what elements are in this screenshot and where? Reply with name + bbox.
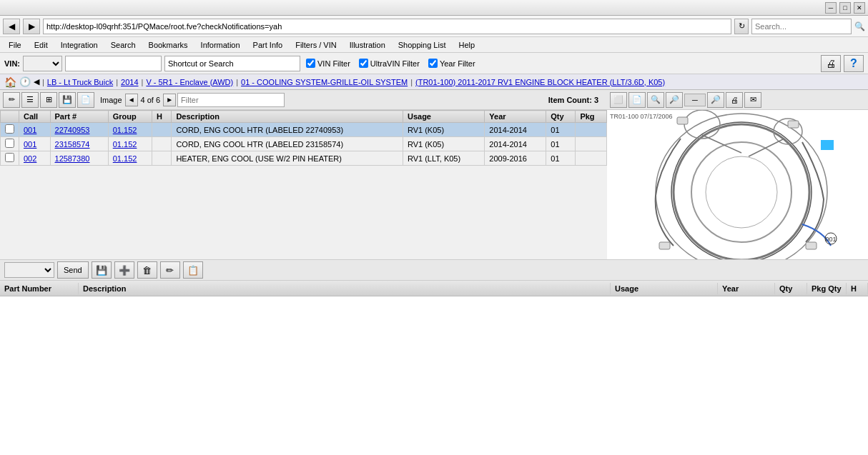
cart-delete-icon[interactable]: 🗑 [137, 261, 157, 279]
diagram-area: TR01-100 07/17/2006 [607, 110, 868, 259]
svg-rect-10 [659, 242, 670, 249]
row-h [152, 123, 171, 137]
item-count: Item Count: 3 [548, 96, 604, 104]
row-group[interactable]: 01.152 [108, 137, 152, 151]
year-filter-checkbox[interactable]: Year Filter [428, 59, 475, 68]
row-call[interactable]: 002 [19, 151, 51, 166]
menu-partinfo[interactable]: Part Info [247, 39, 289, 51]
main-wrapper: ✏ ☰ ⊞ 💾 📄 Image ◄ 4 of 6 ► Item Count: 3 [0, 90, 868, 455]
table-row[interactable]: 002 12587380 01.152 HEATER, ENG COOL (US… [1, 151, 607, 166]
menu-edit[interactable]: Edit [29, 39, 54, 51]
minimize-button[interactable]: ─ [825, 2, 837, 14]
menu-illustration[interactable]: Illustration [344, 39, 391, 51]
image-prev-btn[interactable]: ◄ [125, 94, 138, 106]
cart-select[interactable] [4, 262, 54, 278]
col-usage: Usage [403, 111, 484, 123]
table-icon-btn[interactable]: ⊞ [40, 92, 57, 108]
breadcrumb-lb[interactable]: LB - Lt Truck Buick [47, 78, 113, 86]
image-next-btn[interactable]: ► [163, 94, 176, 106]
cart-col-description: Description [79, 283, 611, 294]
help-icon-btn[interactable]: ? [844, 55, 864, 72]
row-part-number[interactable]: 23158574 [50, 137, 108, 151]
row-pkg [576, 137, 607, 151]
menu-integration[interactable]: Integration [55, 39, 104, 51]
vin-input[interactable] [65, 56, 162, 71]
forward-button[interactable]: ▶ [23, 19, 40, 34]
svg-rect-11 [806, 242, 817, 249]
history-icon[interactable]: 🕐 [19, 76, 31, 87]
menu-help[interactable]: Help [453, 39, 480, 51]
vin-filter-checkbox[interactable]: VIN Filter [306, 59, 350, 68]
menu-filters-vin[interactable]: Filters / VIN [290, 39, 342, 51]
diagram-date: TR01-100 07/17/2006 [610, 113, 673, 120]
row-year: 2009-2016 [485, 151, 546, 166]
edit-icon-btn[interactable]: ✏ [3, 92, 20, 108]
shortcut-search-input[interactable] [164, 56, 300, 71]
cart-add-icon[interactable]: ➕ [114, 261, 134, 279]
vin-label: VIN: [4, 59, 20, 68]
save-icon-btn[interactable]: 💾 [59, 92, 76, 108]
col-h: H [152, 111, 171, 123]
row-pkg [576, 151, 607, 166]
filter-checkboxes: VIN Filter UltraVIN Filter Year Filter [306, 59, 475, 68]
row-call[interactable]: 001 [19, 137, 51, 151]
svg-rect-0 [616, 110, 859, 259]
row-group[interactable]: 01.152 [108, 123, 152, 137]
send-button[interactable]: Send [57, 261, 89, 279]
print-icon-btn[interactable]: 🖨 [821, 55, 841, 72]
refresh-button[interactable]: ↻ [734, 19, 749, 34]
menu-search[interactable]: Search [105, 39, 142, 51]
cart-clipboard-icon[interactable]: 📋 [183, 261, 203, 279]
row-call[interactable]: 001 [19, 123, 51, 137]
filter-input[interactable] [177, 93, 285, 107]
row-checkbox[interactable] [1, 151, 19, 166]
cart-scroll-area[interactable] [0, 296, 868, 455]
diagram-search-icon[interactable]: 🔍 [647, 92, 664, 108]
diagram-print-icon[interactable]: ⬜ [610, 92, 627, 108]
row-part-number[interactable]: 12587380 [50, 151, 108, 166]
parts-table-scroll[interactable]: Call Part # Group H Description Usage Ye… [0, 110, 607, 259]
row-year: 2014-2014 [485, 123, 546, 137]
breadcrumb-back-icon[interactable]: ◀ [34, 77, 39, 86]
cart-save-icon[interactable]: 💾 [92, 261, 112, 279]
vin-toolbar: VIN: VIN Filter UltraVIN Filter Year Fil… [0, 53, 868, 74]
row-checkbox[interactable] [1, 123, 19, 137]
back-button[interactable]: ◀ [3, 19, 20, 34]
menu-information[interactable]: Information [195, 39, 246, 51]
breadcrumb-heater[interactable]: (TR01-100) 2011-2017 RV1 ENGINE BLOCK HE… [415, 78, 665, 86]
breadcrumb-2014[interactable]: 2014 [121, 78, 138, 86]
diagram-print2-icon[interactable]: 🖨 [726, 92, 743, 108]
parts-toolbar: ✏ ☰ ⊞ 💾 📄 Image ◄ 4 of 6 ► Item Count: 3 [0, 90, 607, 110]
svg-rect-9 [788, 121, 799, 128]
menu-shoppinglist[interactable]: Shopping List [393, 39, 452, 51]
row-usage: RV1 (K05) [403, 137, 484, 151]
diagram-email-icon[interactable]: ✉ [744, 92, 761, 108]
browser-search-input[interactable] [751, 19, 852, 34]
ultravin-filter-checkbox[interactable]: UltraVIN Filter [359, 59, 420, 68]
row-qty: 01 [546, 123, 576, 137]
close-button[interactable]: ✕ [854, 2, 865, 14]
breadcrumb-cooling[interactable]: 01 - COOLING SYSTEM-GRILLE-OIL SYSTEM [241, 78, 408, 86]
diagram-copy-icon[interactable]: 📄 [628, 92, 646, 108]
row-checkbox[interactable] [1, 137, 19, 151]
row-description: HEATER, ENG COOL (USE W/2 PIN HEATER) [172, 151, 403, 166]
search-icon: 🔍 [854, 21, 865, 31]
diagram-zoomout-icon[interactable]: 🔎 [666, 92, 683, 108]
row-group[interactable]: 01.152 [108, 151, 152, 166]
breadcrumb-enclave[interactable]: V - 5R1 - Enclave (AWD) [146, 78, 233, 86]
col-checkbox [1, 111, 19, 123]
table-row[interactable]: 001 22740953 01.152 CORD, ENG COOL HTR (… [1, 123, 607, 137]
menu-bookmarks[interactable]: Bookmarks [143, 39, 194, 51]
url-input[interactable] [43, 19, 731, 34]
cart-edit-icon[interactable]: ✏ [160, 261, 180, 279]
list-icon-btn[interactable]: ☰ [21, 92, 39, 108]
maximize-button[interactable]: □ [839, 2, 851, 14]
doc-icon-btn[interactable]: 📄 [77, 92, 94, 108]
cart-toolbar: Send 💾 ➕ 🗑 ✏ 📋 [0, 259, 868, 281]
row-part-number[interactable]: 22740953 [50, 123, 108, 137]
diagram-zoomin-icon[interactable]: 🔎 [707, 92, 724, 108]
table-row[interactable]: 001 23158574 01.152 CORD, ENG COOL HTR (… [1, 137, 607, 151]
vin-type-select[interactable] [23, 56, 62, 71]
home-icon[interactable]: 🏠 [4, 76, 16, 88]
menu-file[interactable]: File [3, 39, 27, 51]
